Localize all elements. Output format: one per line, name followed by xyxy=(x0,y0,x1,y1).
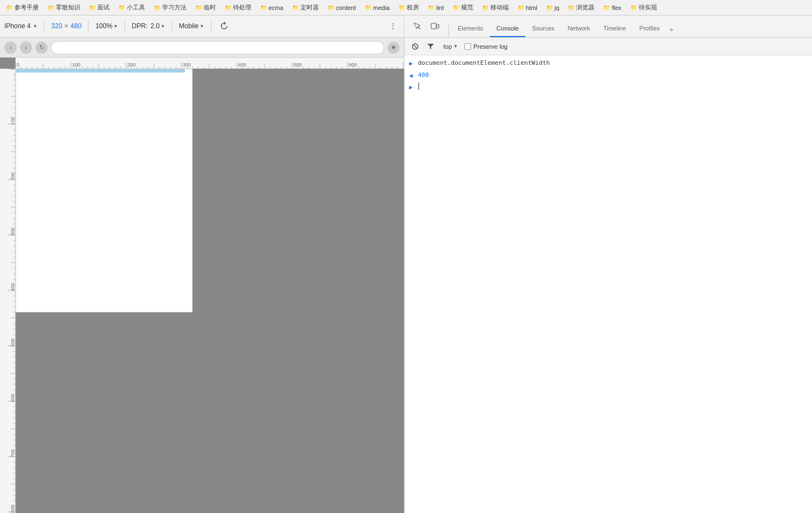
panel-divider xyxy=(448,25,449,37)
bookmark-item[interactable]: 📁临时 xyxy=(193,2,219,13)
viewport-area: ‹ › ↻ ★ xyxy=(0,38,404,513)
tab-timeline[interactable]: Timeline xyxy=(597,20,633,37)
bookmark-item[interactable]: 📁浏览器 xyxy=(565,2,597,13)
network-selector[interactable]: Mobile ▼ xyxy=(179,22,204,30)
svg-line-0 xyxy=(418,27,420,29)
separator xyxy=(172,20,172,32)
device-highlight-bar xyxy=(16,69,185,73)
filter-button[interactable] xyxy=(425,40,437,53)
bookmark-item[interactable]: 📁规范 xyxy=(450,2,476,13)
output-arrow-icon: ◀ xyxy=(409,71,416,81)
bookmark-item[interactable]: 📁jq xyxy=(544,3,562,12)
bookmark-item[interactable]: 📁lint xyxy=(425,3,447,12)
dpr-label: DPR: xyxy=(132,22,148,30)
device-chevron-icon: ▼ xyxy=(33,24,37,29)
dpr-value: 2.0 xyxy=(151,22,160,30)
console-input-text: document.documentElement.clientWidth xyxy=(418,59,550,68)
more-dots-icon: ⋮ xyxy=(389,22,397,30)
height-value[interactable]: 480 xyxy=(70,22,81,30)
network-chevron-icon: ▼ xyxy=(200,24,204,29)
dpr-selector[interactable]: DPR: 2.0 ▼ xyxy=(132,22,165,30)
preserve-log-toggle[interactable]: Preserve log xyxy=(464,43,508,50)
console-output-value: 400 xyxy=(418,71,429,80)
bookmark-item[interactable]: 📁content xyxy=(325,3,359,12)
devtools-panel-tabs: Elements Console Sources Network Timelin… xyxy=(404,16,812,38)
device-label: iPhone 4 xyxy=(4,22,30,30)
forward-button[interactable]: › xyxy=(20,42,32,54)
context-chevron-icon: ▼ xyxy=(453,44,458,49)
zoom-chevron-icon: ▼ xyxy=(113,24,118,29)
back-button[interactable]: ‹ xyxy=(4,42,17,54)
bookmark-button[interactable]: ★ xyxy=(387,42,400,54)
tab-network[interactable]: Network xyxy=(561,20,597,37)
inspect-element-button[interactable] xyxy=(410,18,425,34)
ruler-container xyxy=(0,58,404,513)
devtools-content: top ▼ Preserve log ▶ document.documentEl… xyxy=(404,38,812,513)
rotate-button[interactable] xyxy=(218,20,230,32)
preserve-log-label: Preserve log xyxy=(473,43,508,50)
zoom-selector[interactable]: 100% ▼ xyxy=(95,22,118,30)
main-content: ‹ › ↻ ★ xyxy=(0,38,812,513)
dpr-chevron-icon: ▼ xyxy=(161,24,165,29)
zoom-label: 100% xyxy=(95,22,112,30)
dimension-display: 320 × 480 xyxy=(51,22,81,30)
device-canvas[interactable] xyxy=(15,69,404,513)
tab-console[interactable]: Console xyxy=(490,20,525,37)
device-selector[interactable]: iPhone 4 ▼ xyxy=(4,22,37,30)
device-frame xyxy=(15,69,193,312)
console-entry-output: ◀ 400 xyxy=(405,70,812,82)
cursor-arrow-icon: ▶ xyxy=(409,83,416,93)
tab-elements[interactable]: Elements xyxy=(451,20,490,37)
bookmark-item[interactable]: 📁学习方法 xyxy=(151,2,189,13)
network-label: Mobile xyxy=(179,22,198,30)
bookmark-item[interactable]: 📁面试 xyxy=(86,2,112,13)
x-separator: × xyxy=(64,22,68,30)
responsive-mode-button[interactable] xyxy=(427,18,443,34)
devtools-toolbar: iPhone 4 ▼ 320 × 480 100% ▼ DPR: 2.0 ▼ M… xyxy=(0,16,812,38)
reload-button[interactable]: ↻ xyxy=(35,42,48,54)
url-bar[interactable] xyxy=(51,41,384,54)
browser-nav-bar: ‹ › ↻ ★ xyxy=(0,38,404,58)
console-toolbar: top ▼ Preserve log xyxy=(405,38,812,55)
console-entry-input: ▶ document.documentElement.clientWidth xyxy=(405,58,812,70)
bookmark-item[interactable]: 📁租房 xyxy=(396,2,422,13)
bookmark-item[interactable]: 📁html xyxy=(515,3,540,12)
bookmark-item[interactable]: 📁ecma xyxy=(257,3,286,12)
more-options-button[interactable]: ⋮ xyxy=(387,20,399,32)
bookmark-item[interactable]: 📁移动端 xyxy=(479,2,511,13)
vertical-ruler-canvas xyxy=(0,69,15,513)
console-context-selector[interactable]: top ▼ xyxy=(440,42,461,51)
tab-profiles[interactable]: Profiles xyxy=(633,20,666,37)
bookmark-item[interactable]: 📁定时器 xyxy=(289,2,322,13)
bookmark-item[interactable]: 📁小工具 xyxy=(116,2,148,13)
width-value[interactable]: 320 xyxy=(51,22,62,30)
emulation-bar: iPhone 4 ▼ 320 × 480 100% ▼ DPR: 2.0 ▼ M… xyxy=(0,16,404,38)
devtools-action-icons xyxy=(406,16,446,37)
svg-rect-2 xyxy=(437,24,439,28)
bookmark-item[interactable]: 📁待实现 xyxy=(628,2,660,13)
console-output: ▶ document.documentElement.clientWidth ◀… xyxy=(405,55,812,513)
bookmark-item[interactable]: 📁flex xyxy=(601,3,624,12)
separator xyxy=(88,20,89,32)
input-arrow-icon: ▶ xyxy=(409,59,416,69)
console-entry-cursor[interactable]: ▶ xyxy=(405,81,812,94)
svg-rect-1 xyxy=(431,23,436,29)
tab-sources[interactable]: Sources xyxy=(525,20,561,37)
bookmarks-bar: 📁参考手册 📁零散知识 📁面试 📁小工具 📁学习方法 📁临时 📁待处理 📁ecm… xyxy=(0,0,812,16)
tabs-more-icon: » xyxy=(670,26,673,33)
separator xyxy=(125,20,125,32)
tabs-more-button[interactable]: » xyxy=(666,22,676,37)
vertical-ruler xyxy=(0,69,15,513)
preserve-log-checkbox[interactable] xyxy=(464,43,471,50)
context-label: top xyxy=(443,43,452,50)
bookmark-item[interactable]: 📁待处理 xyxy=(222,2,254,13)
bookmark-item[interactable]: 📁零散知识 xyxy=(45,2,83,13)
console-cursor xyxy=(418,83,423,90)
clear-console-button[interactable] xyxy=(409,40,421,53)
bookmark-item[interactable]: 📁media xyxy=(362,3,392,12)
separator xyxy=(211,20,211,32)
horizontal-ruler-canvas xyxy=(15,58,404,69)
horizontal-ruler xyxy=(15,58,404,69)
separator xyxy=(44,20,44,32)
bookmark-item[interactable]: 📁参考手册 xyxy=(3,2,42,13)
